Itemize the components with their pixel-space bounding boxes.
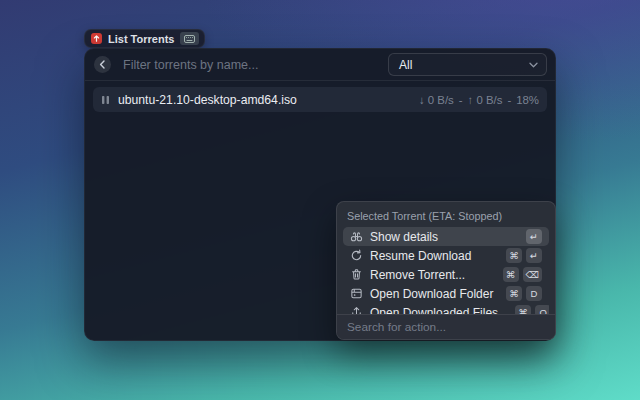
binoculars-icon <box>350 230 363 243</box>
trash-icon <box>350 268 363 281</box>
chevron-down-icon <box>529 62 538 68</box>
status-filter-dropdown[interactable]: All <box>388 53 547 76</box>
action-show-details[interactable]: Show details ↵ <box>343 227 549 246</box>
dropdown-selected-value: All <box>399 58 529 72</box>
download-speed: ↓ 0 B/s <box>419 94 454 106</box>
filter-input[interactable] <box>111 58 388 72</box>
progress-percent: 18% <box>516 94 539 106</box>
keycap-delete: ⌫ <box>523 267 542 282</box>
keycap-letter: D <box>526 286 542 301</box>
action-panel: Selected Torrent (ETA: Stopped) Show det… <box>336 201 556 340</box>
keycap-return: ↵ <box>526 248 542 263</box>
stats-separator: - <box>507 94 511 106</box>
pause-icon <box>101 95 110 105</box>
folder-icon <box>350 287 363 300</box>
keycap-cmd: ⌘ <box>503 267 519 282</box>
action-panel-list: Show details ↵ Resume Download ⌘ ↵ Remov… <box>343 227 549 314</box>
refresh-icon <box>350 249 363 262</box>
action-open-download-folder[interactable]: Open Download Folder ⌘ D <box>343 284 549 303</box>
stats-separator: - <box>459 94 463 106</box>
torrent-name: ubuntu-21.10-desktop-amd64.iso <box>118 93 297 107</box>
keycap-cmd: ⌘ <box>506 248 522 263</box>
torrent-row[interactable]: ubuntu-21.10-desktop-amd64.iso ↓ 0 B/s -… <box>93 87 547 112</box>
action-search-bar <box>337 314 555 339</box>
upload-speed: ↑ 0 B/s <box>468 94 503 106</box>
torrent-list: ubuntu-21.10-desktop-amd64.iso ↓ 0 B/s -… <box>85 81 555 118</box>
action-panel-title: Selected Torrent (ETA: Stopped) <box>337 202 555 227</box>
action-remove-torrent[interactable]: Remove Torrent... ⌘ ⌫ <box>343 265 549 284</box>
keycap-cmd: ⌘ <box>515 305 531 314</box>
keycap-return: ↵ <box>526 229 542 244</box>
command-badge-title: List Torrents <box>108 33 174 45</box>
keycap-letter: O <box>535 305 549 314</box>
keyboard-icon <box>180 32 199 45</box>
command-badge: List Torrents <box>84 29 205 48</box>
action-search-input[interactable] <box>337 320 555 334</box>
action-resume-download[interactable]: Resume Download ⌘ ↵ <box>343 246 549 265</box>
torrent-stats: ↓ 0 B/s - ↑ 0 B/s - 18% <box>419 94 539 106</box>
transmission-icon <box>91 33 102 44</box>
keycap-cmd: ⌘ <box>506 286 522 301</box>
desktop-background: { "badge": { "title": "List Torrents", "… <box>0 0 640 400</box>
open-files-icon <box>350 306 363 314</box>
search-bar: All <box>85 49 555 80</box>
chevron-left-icon <box>99 60 106 69</box>
action-open-downloaded-files[interactable]: Open Downloaded Files... ⌘ O <box>343 303 549 314</box>
back-button[interactable] <box>94 56 111 73</box>
